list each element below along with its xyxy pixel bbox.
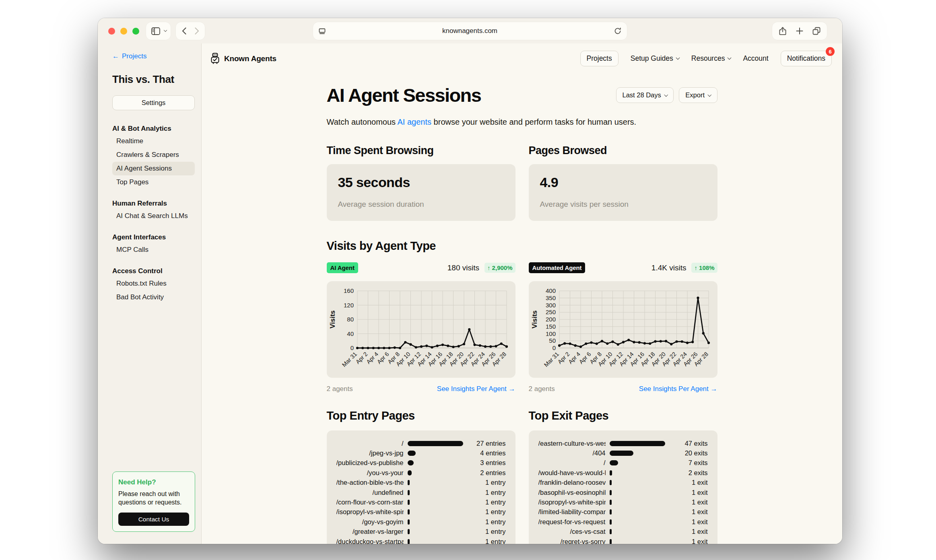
stat-value: 4.9 bbox=[540, 175, 706, 190]
page-row[interactable]: /would-have-vs-would-have-been2 exits bbox=[538, 468, 708, 478]
back-icon bbox=[182, 27, 186, 35]
sidebar-section-human-referrals: Human Referrals bbox=[112, 200, 195, 208]
page-path: /undefined bbox=[336, 489, 404, 496]
chart-footer: 2 agentsSee Insights Per Agent → bbox=[529, 385, 717, 393]
svg-text:40: 40 bbox=[347, 330, 354, 337]
address-bar[interactable]: knownagents.com bbox=[313, 22, 627, 40]
stat-section-title: Time Spent Browsing bbox=[327, 144, 515, 157]
page-row[interactable]: /ces-vs-csat1 exit bbox=[538, 527, 708, 537]
page-row[interactable]: /request-for-vs-request-to1 exit bbox=[538, 517, 708, 527]
nav-notifications[interactable]: Notifications6 bbox=[781, 51, 832, 66]
bar-track bbox=[610, 470, 670, 476]
close-window-button[interactable] bbox=[108, 28, 115, 35]
sidebar-item-mcp-calls[interactable]: MCP Calls bbox=[112, 243, 195, 257]
sidebar-item-bad-bot-activity[interactable]: Bad Bot Activity bbox=[112, 290, 195, 304]
page-row[interactable]: /7 exits bbox=[538, 458, 708, 468]
ai-agents-link[interactable]: AI agents bbox=[398, 117, 432, 126]
bar-track bbox=[408, 509, 468, 515]
agents-count: 2 agents bbox=[327, 385, 353, 393]
page-count: 4 entries bbox=[472, 449, 506, 457]
reload-icon[interactable] bbox=[614, 27, 621, 35]
back-button[interactable] bbox=[177, 24, 190, 38]
sidebar-item-realtime[interactable]: Realtime bbox=[112, 134, 195, 148]
page-row[interactable]: /publicized-vs-published3 entries bbox=[336, 458, 506, 468]
page-count: 2 entries bbox=[472, 469, 506, 477]
sidebar-section-access-control: Access Control bbox=[112, 267, 195, 275]
page-row[interactable]: /duckduckgo-vs-startpage1 entry bbox=[336, 537, 506, 544]
minimize-window-button[interactable] bbox=[120, 28, 127, 35]
page-path: /you-vs-your bbox=[336, 469, 404, 477]
bar-track bbox=[408, 451, 468, 456]
svg-text:150: 150 bbox=[545, 323, 555, 330]
share-button[interactable] bbox=[776, 24, 789, 38]
page-row[interactable]: /jpeg-vs-jpg4 entries bbox=[336, 448, 506, 458]
sidebar-toggle-button[interactable] bbox=[150, 24, 161, 38]
svg-text:50: 50 bbox=[549, 337, 556, 344]
bar-track bbox=[610, 490, 670, 495]
nav-account[interactable]: Account bbox=[743, 54, 768, 63]
page-row[interactable]: /greater-vs-larger1 entry bbox=[336, 527, 506, 537]
tab-overview-button[interactable] bbox=[810, 24, 823, 38]
settings-button[interactable]: Settings bbox=[112, 95, 195, 110]
see-insights-link[interactable]: See Insights Per Agent → bbox=[437, 385, 515, 393]
sidebar-item-robots-txt-rules[interactable]: Robots.txt Rules bbox=[112, 277, 195, 290]
svg-text:Visits: Visits bbox=[531, 310, 538, 328]
sidebar-item-ai-agent-sessions[interactable]: AI Agent Sessions bbox=[112, 162, 195, 175]
sidebar-item-crawlers-scrapers[interactable]: Crawlers & Scrapers bbox=[112, 148, 195, 162]
page-count: 1 exit bbox=[674, 498, 708, 506]
see-insights-link[interactable]: See Insights Per Agent → bbox=[639, 385, 717, 393]
need-help-body: Please reach out with questions or reque… bbox=[118, 490, 189, 507]
page-row[interactable]: /the-action-bible-vs-the-kingstone-…1 en… bbox=[336, 478, 506, 488]
page-row[interactable]: /40420 exits bbox=[538, 448, 708, 458]
date-range-button[interactable]: Last 28 Days bbox=[616, 87, 674, 103]
page-bar bbox=[610, 519, 612, 525]
page-row[interactable]: /you-vs-your2 entries bbox=[336, 468, 506, 478]
page-path: /404 bbox=[538, 449, 606, 457]
svg-text:Apr 4: Apr 4 bbox=[365, 351, 379, 365]
brand[interactable]: Known Agents bbox=[210, 53, 276, 64]
page-path: /basophil-vs-eosinophil bbox=[538, 489, 606, 496]
page-row[interactable]: /limited-liability-company-llc-legal-l…1… bbox=[538, 507, 708, 517]
nav-resources[interactable]: Resources bbox=[691, 54, 731, 63]
zoom-window-button[interactable] bbox=[132, 28, 139, 35]
sidebar-item-ai-chat-search-llms[interactable]: AI Chat & Search LLMs bbox=[112, 209, 195, 223]
export-button[interactable]: Export bbox=[679, 87, 717, 103]
agent-type-badge-ai-agent: AI Agent bbox=[327, 262, 358, 273]
page-row[interactable]: /isopropyl-vs-white-spirit1 exit bbox=[538, 497, 708, 507]
page-row[interactable]: /basophil-vs-eosinophil1 exit bbox=[538, 488, 708, 497]
sidebar-section-ai-bot-analytics: AI & Bot Analytics bbox=[112, 125, 195, 133]
nav-projects[interactable]: Projects bbox=[580, 51, 619, 66]
bar-track bbox=[408, 529, 468, 534]
page-count: 27 entries bbox=[472, 440, 506, 447]
section-title-top-entry-pages: Top Entry Pages bbox=[327, 409, 515, 422]
line-chart: 050100150200250300350400Mar 31Apr 2Apr 4… bbox=[529, 281, 717, 378]
page-row[interactable]: /eastern-culture-vs-western-culture47 ex… bbox=[538, 439, 708, 448]
svg-text:400: 400 bbox=[545, 287, 555, 294]
chevron-down-icon[interactable] bbox=[164, 29, 167, 32]
back-to-projects-link[interactable]: ← Projects bbox=[112, 52, 195, 60]
page-bar bbox=[610, 509, 612, 515]
page-bar bbox=[408, 441, 463, 446]
page-row[interactable]: /goy-vs-goyim1 entry bbox=[336, 517, 506, 527]
page-row[interactable]: /27 entries bbox=[336, 439, 506, 448]
page-content: AI Agent Sessions Last 28 Days Export bbox=[327, 84, 717, 544]
forward-button[interactable] bbox=[190, 24, 203, 38]
bar-track bbox=[610, 509, 670, 515]
page-row[interactable]: /undefined1 entry bbox=[336, 488, 506, 497]
page-count: 1 entry bbox=[472, 498, 506, 506]
page-row[interactable]: /corn-flour-vs-corn-starch1 entry bbox=[336, 497, 506, 507]
sidebar-item-top-pages[interactable]: Top Pages bbox=[112, 175, 195, 189]
page-bar bbox=[408, 500, 410, 505]
nav-setup-guides[interactable]: Setup Guides bbox=[631, 54, 679, 63]
contact-us-button[interactable]: Contact Us bbox=[118, 513, 189, 526]
traffic-lights bbox=[108, 28, 139, 35]
share-icon bbox=[779, 27, 786, 35]
page-row[interactable]: /regret-vs-sorry1 exit bbox=[538, 537, 708, 544]
bar-track bbox=[408, 539, 468, 544]
visits-section-title: Visits by Agent Type bbox=[327, 239, 717, 253]
page-row[interactable]: /franklin-delano-roosevelt-vs-theod…1 ex… bbox=[538, 478, 708, 488]
page-row[interactable]: /isopropyl-vs-white-spirit1 entry bbox=[336, 507, 506, 517]
stat-section-title: Pages Browsed bbox=[529, 144, 717, 157]
new-tab-button[interactable] bbox=[793, 24, 806, 38]
reader-icon[interactable] bbox=[319, 27, 326, 35]
